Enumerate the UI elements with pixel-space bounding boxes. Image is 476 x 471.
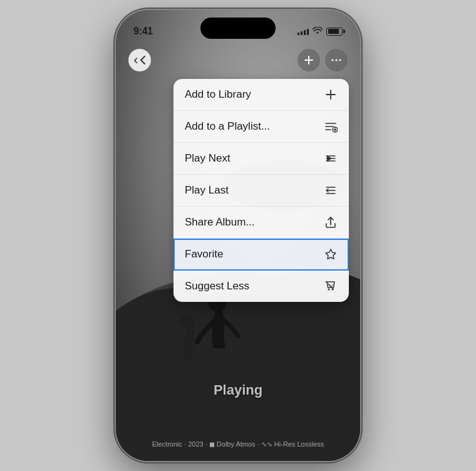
menu-item-favorite-label: Favorite: [185, 248, 223, 261]
menu-item-play-last-label: Play Last: [185, 184, 229, 197]
status-time: 9:41: [133, 26, 153, 37]
menu-item-share-album[interactable]: Share Album...: [173, 207, 349, 239]
menu-item-share-album-icon: [324, 215, 338, 229]
context-menu: Add to Library Add to a Playlist...: [173, 79, 349, 302]
back-button[interactable]: [128, 49, 151, 71]
phone-frame: 9:41: [116, 10, 360, 461]
add-button[interactable]: [298, 49, 320, 71]
menu-item-share-album-label: Share Album...: [185, 216, 255, 229]
menu-item-play-last-icon: [324, 184, 338, 197]
menu-item-suggest-less[interactable]: Suggest Less: [173, 271, 349, 302]
status-icons: [298, 27, 343, 36]
svg-point-10: [339, 60, 341, 61]
menu-item-play-next-icon: [324, 152, 338, 165]
svg-point-8: [332, 60, 334, 61]
menu-item-favorite[interactable]: Favorite: [173, 239, 349, 271]
menu-item-play-last[interactable]: Play Last: [173, 175, 349, 207]
menu-item-suggest-less-icon: [324, 279, 338, 293]
battery-icon: [326, 28, 343, 36]
menu-item-add-to-library-label: Add to Library: [185, 88, 251, 101]
wifi-icon: [313, 27, 323, 36]
menu-item-suggest-less-label: Suggest Less: [185, 280, 249, 292]
menu-item-play-next[interactable]: Play Next: [173, 143, 349, 175]
header-actions: [298, 49, 348, 71]
menu-item-favorite-icon: [324, 247, 338, 261]
screen: 9:41: [116, 10, 360, 461]
menu-item-add-to-playlist-icon: [324, 120, 338, 133]
now-playing-header: [116, 49, 360, 71]
svg-point-9: [336, 60, 338, 61]
more-button[interactable]: [325, 49, 348, 71]
svg-line-12: [328, 284, 333, 289]
menu-item-add-to-library[interactable]: Add to Library: [173, 79, 349, 111]
menu-item-add-to-playlist[interactable]: Add to a Playlist...: [173, 111, 349, 143]
menu-item-add-to-playlist-label: Add to a Playlist...: [185, 120, 270, 133]
dynamic-island: [200, 18, 276, 39]
menu-item-add-to-library-icon: [324, 88, 338, 101]
menu-item-play-next-label: Play Next: [185, 152, 230, 165]
signal-icon: [298, 28, 309, 35]
